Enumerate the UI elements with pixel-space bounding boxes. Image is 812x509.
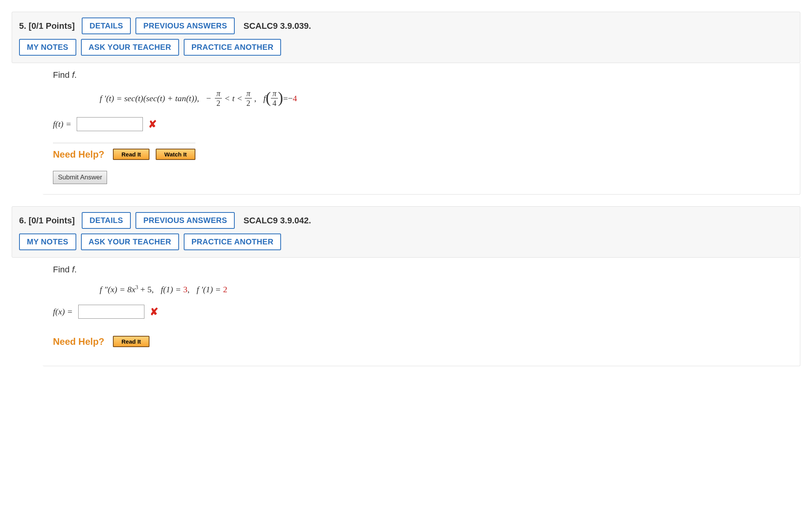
question-body: Find f. f ″(x) = 8x3 + 5, f(1) = 3, f ′(… [43,258,800,366]
question-header: 5. [0/1 Points] DETAILS PREVIOUS ANSWERS… [12,12,800,63]
previous-answers-button[interactable]: PREVIOUS ANSWERS [135,212,235,229]
need-help-label: Need Help? [53,149,104,160]
question-number: 6. [0/1 Points] [19,216,75,226]
submit-answer-button[interactable]: Submit Answer [53,171,107,184]
question-6: 6. [0/1 Points] DETAILS PREVIOUS ANSWERS… [12,206,800,366]
initial-condition: f ( π 4 ) = −4 [263,90,297,107]
question-header: 6. [0/1 Points] DETAILS PREVIOUS ANSWERS… [12,206,800,258]
answer-lhs: f(x) = [53,307,73,317]
math-expression: f ′(t) = sec(t)(sec(t) + tan(t)), − π 2 … [100,90,790,107]
derivative-expr: f ′(t) = sec(t)(sec(t) + tan(t)), [100,93,199,104]
condition-2: f ′(1) = 2 [197,284,227,295]
incorrect-icon: ✘ [148,118,157,130]
question-5: 5. [0/1 Points] DETAILS PREVIOUS ANSWERS… [12,12,800,195]
details-button[interactable]: DETAILS [82,212,131,229]
second-derivative-expr: f ″(x) = 8x3 + 5, [100,284,154,295]
reference-label: SCALC9 3.9.042. [243,216,311,226]
incorrect-icon: ✘ [150,306,158,318]
read-it-button[interactable]: Read It [113,149,149,160]
ask-teacher-button[interactable]: ASK YOUR TEACHER [81,39,179,56]
question-body: Find f. f ′(t) = sec(t)(sec(t) + tan(t))… [43,63,800,195]
prompt-text: Find f. [53,70,790,80]
practice-another-button[interactable]: PRACTICE ANOTHER [184,39,281,56]
answer-input[interactable] [77,117,143,131]
prompt-text: Find f. [53,265,790,275]
details-button[interactable]: DETAILS [82,18,131,34]
need-help-row: Need Help? Read It Watch It [53,143,195,160]
question-number: 5. [0/1 Points] [19,21,75,31]
answer-row: f(t) = ✘ [53,117,790,131]
need-help-label: Need Help? [53,336,104,347]
need-help-row: Need Help? Read It [53,330,149,347]
condition-1: f(1) = 3, [161,284,190,295]
my-notes-button[interactable]: MY NOTES [19,39,76,56]
answer-lhs: f(t) = [53,119,71,129]
read-it-button[interactable]: Read It [113,336,149,347]
previous-answers-button[interactable]: PREVIOUS ANSWERS [135,18,235,34]
interval-expr: − π 2 < t < π 2 , [206,90,257,107]
practice-another-button[interactable]: PRACTICE ANOTHER [184,233,281,250]
my-notes-button[interactable]: MY NOTES [19,233,76,250]
math-expression: f ″(x) = 8x3 + 5, f(1) = 3, f ′(1) = 2 [100,284,790,295]
watch-it-button[interactable]: Watch It [156,149,195,160]
reference-label: SCALC9 3.9.039. [243,21,311,31]
ask-teacher-button[interactable]: ASK YOUR TEACHER [81,233,179,250]
answer-row: f(x) = ✘ [53,305,790,319]
answer-input[interactable] [78,305,144,319]
